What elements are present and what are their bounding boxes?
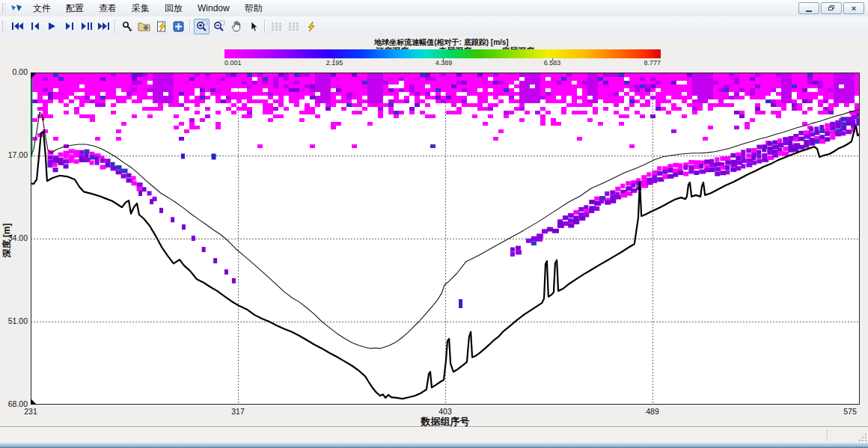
x-tick-489: 489 [638, 407, 667, 416]
go-previous-button[interactable] [27, 19, 43, 34]
colorbar-label: 4.389 [421, 59, 466, 67]
play-button[interactable] [44, 19, 60, 34]
menubar-grip[interactable] [2, 3, 6, 13]
pan-button[interactable] [228, 19, 244, 34]
playback-config-icon [156, 21, 167, 32]
app-logo-icon [10, 4, 22, 13]
quick-command-button[interactable] [303, 19, 319, 34]
go-last-icon [97, 22, 110, 31]
menu-file[interactable]: 文件 [25, 1, 58, 16]
add-view-button[interactable] [171, 19, 186, 34]
menu-window[interactable]: Window [190, 1, 237, 15]
y-axis-title: 深度 [m] [1, 207, 13, 274]
velocity-plot-canvas[interactable] [31, 73, 860, 405]
menu-view[interactable]: 查看 [91, 1, 124, 16]
menu-config[interactable]: 配置 [58, 1, 91, 16]
colorbar-label-max: 8.777 [631, 59, 661, 67]
toolbar-separator [189, 19, 191, 33]
chart-area: 地球坐标流速幅值(相对于: 底跟踪) [m/s] 河底深度 表层深度 底层深度 … [0, 36, 868, 426]
toolbar-grip[interactable] [2, 21, 6, 31]
x-tick-317: 317 [223, 407, 253, 416]
play-step-icon [81, 22, 92, 31]
statusbar-separator [827, 429, 828, 441]
resize-grip[interactable] [857, 432, 867, 441]
toolbar-separator [114, 19, 116, 33]
zoom-in-icon [195, 20, 208, 32]
window-bottom-edge [0, 443, 868, 448]
go-next-icon [65, 22, 74, 31]
grid-left-icon [271, 22, 282, 31]
y-tick-0: 0.00 [0, 67, 28, 76]
toolbar-separator [264, 19, 266, 33]
colorbar-label-min: 0.001 [224, 59, 254, 67]
select-arrow-icon [249, 21, 258, 32]
colorbar-label: 2.195 [312, 59, 357, 67]
probe-button[interactable] [119, 19, 135, 34]
select-button[interactable] [245, 19, 261, 34]
minimize-icon [806, 10, 812, 12]
menu-playback[interactable]: 回放 [157, 1, 190, 16]
go-first-icon [11, 22, 24, 31]
playback-properties-icon [138, 21, 150, 31]
minimize-button[interactable] [798, 2, 819, 14]
probe-icon [121, 21, 133, 31]
toolbar [0, 16, 868, 37]
grid-right-button[interactable] [286, 19, 302, 34]
app-window: 文件 配置 查看 采集 回放 Window 帮助 × [0, 0, 868, 448]
colorbar-label: 6.583 [530, 59, 575, 67]
go-previous-icon [31, 22, 40, 31]
grid-right-icon [288, 22, 299, 31]
play-icon [48, 22, 56, 31]
zoom-in-button[interactable] [194, 19, 210, 34]
playback-properties-button[interactable] [136, 19, 152, 34]
go-next-button[interactable] [61, 19, 77, 34]
go-first-button[interactable] [10, 19, 25, 34]
menu-help[interactable]: 帮助 [237, 1, 270, 16]
play-step-button[interactable] [79, 19, 94, 34]
zoom-out-icon [213, 20, 225, 32]
menu-bar: 文件 配置 查看 采集 回放 Window 帮助 × [0, 0, 868, 17]
restore-button[interactable] [821, 2, 842, 14]
grid-left-button[interactable] [269, 19, 284, 34]
add-view-icon [173, 21, 184, 32]
status-bar [0, 426, 868, 444]
y-tick-17: 17.00 [0, 150, 28, 159]
x-tick-575: 575 [835, 407, 865, 416]
zoom-out-button[interactable] [211, 19, 227, 34]
window-controls: × [798, 2, 868, 14]
close-button[interactable]: × [843, 2, 864, 14]
pan-hand-icon [230, 20, 242, 32]
y-tick-51: 51.00 [0, 316, 28, 325]
menu-acquire[interactable]: 采集 [124, 1, 157, 16]
restore-icon [828, 5, 835, 11]
lightning-icon [307, 21, 316, 32]
velocity-colorbar [224, 49, 661, 58]
go-last-button[interactable] [96, 19, 111, 34]
x-tick-231: 231 [16, 407, 46, 416]
close-icon: × [852, 4, 856, 13]
playback-config-button[interactable] [153, 19, 169, 34]
